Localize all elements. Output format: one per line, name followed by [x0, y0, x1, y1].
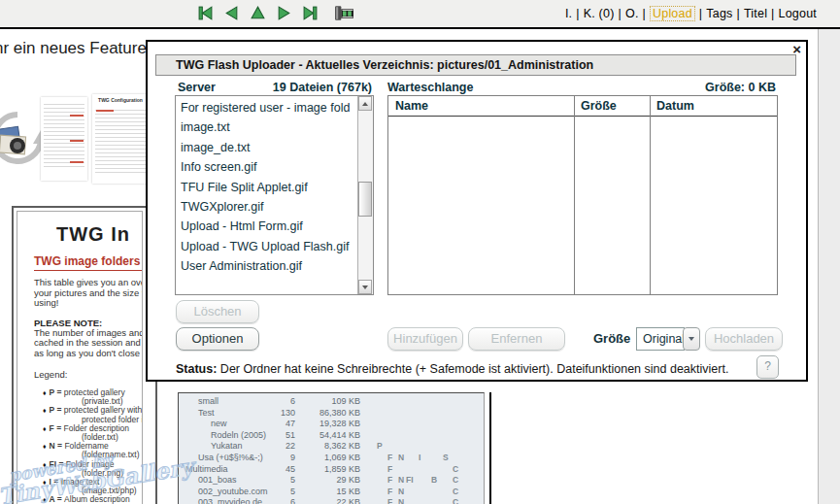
server-file-item[interactable]: For registered user - image fold [181, 98, 358, 118]
link-separator: | [619, 7, 622, 20]
please-note-label: PLEASE NOTE: [34, 318, 142, 328]
thumbnail-title: TWG Configuration [92, 97, 149, 103]
link-i[interactable]: I. [565, 7, 572, 20]
account-links: I.|K. (0)|O.|Upload|Tags|Titel|Logout [565, 7, 817, 20]
document-thumbnail-1[interactable] [41, 97, 87, 181]
link-o[interactable]: O. [625, 7, 639, 20]
scrollbar-thumb[interactable] [358, 182, 372, 217]
server-file-item[interactable]: Info screen.gif [181, 157, 358, 177]
link-separator: | [737, 7, 740, 20]
scroll-up-icon[interactable] [358, 96, 372, 111]
content-frame-border [489, 392, 491, 504]
first-icon[interactable] [197, 5, 214, 21]
link-separator: | [699, 7, 702, 20]
server-file-item[interactable]: TWGXplorer.gif [181, 197, 358, 217]
help-button[interactable]: ? [756, 355, 779, 379]
page-right-gutter [818, 29, 840, 504]
queue-column-divider [650, 96, 651, 294]
panel-title: TWG In [56, 223, 142, 246]
queue-total-size: Größe: 0 KB [387, 81, 776, 94]
status-label: Status: [176, 362, 217, 376]
table-row[interactable]: Usa (+ü$§!%&-;)91,069 KBFNIS [179, 453, 484, 464]
server-file-item[interactable]: User Administration.gif [181, 256, 358, 276]
status-row: Status: Der Ordner hat keine Schreibrech… [176, 362, 728, 376]
add-button[interactable]: Hinzufügen [387, 327, 463, 351]
table-row[interactable]: 002_youtube.com515 KBFNC [179, 487, 484, 498]
remove-button[interactable]: Enfernen [468, 327, 565, 351]
twg-image-folders-panel: TWG In TWG image folders over This table… [12, 206, 157, 504]
legend-item: ♦Pprotected gallery(private.txt) [43, 388, 142, 406]
panel-intro-text: This table gives you an overview o your … [34, 278, 142, 309]
legend-label: Legend: [34, 369, 142, 380]
link-titel[interactable]: Titel [744, 7, 767, 20]
queue-column-size: Größe [574, 96, 650, 116]
gallery-nav-icons [197, 5, 354, 21]
server-file-item[interactable]: image_de.txt [181, 138, 358, 157]
please-note-text: The number of images and the siz cached … [34, 328, 142, 359]
legend-item: ♦NFoldername(foldername.txt) [43, 442, 142, 459]
table-row[interactable]: 001_boas529 KBFNFIBC [179, 475, 484, 487]
table-row[interactable]: small6109 KB [179, 396, 484, 408]
legend-item: ♦IImage text(image.txt/php) [43, 478, 142, 495]
link-separator: | [576, 7, 579, 20]
legend-item: ♦FIFolder image(folder.png) [43, 460, 142, 478]
legend-item: ♦Pprotected gallery withprotected folder… [43, 406, 142, 423]
server-file-count: 19 Dateien (767k) [178, 81, 372, 94]
table-row[interactable]: Rodeln (2005)5154,414 KB [179, 430, 484, 442]
previous-icon[interactable] [223, 5, 240, 21]
link-logout[interactable]: Logout [779, 7, 817, 20]
status-text: Der Ordner hat keine Schreibrechte (+ Sa… [220, 362, 729, 376]
legend-item: ♦AAlbum description(albumlr.txt) [43, 495, 142, 504]
server-file-item[interactable]: TFU File Split Applet.gif [181, 178, 358, 197]
upload-queue-table: Name Größe Datum [387, 95, 778, 295]
size-label: Größe [593, 331, 630, 346]
delete-button[interactable]: Löschen [176, 300, 259, 323]
queue-column-date: Datum [650, 96, 773, 116]
legend-item: ♦FFolder description(folder.txt) [43, 424, 142, 442]
panel-red-heading: TWG image folders over [34, 254, 143, 271]
twg-flash-uploader-dialog: × TWG Flash Uploader - Aktuelles Verzeic… [146, 40, 808, 382]
last-icon[interactable] [302, 5, 319, 21]
filmstrip-icon[interactable] [334, 5, 354, 21]
table-row[interactable]: Yukatan228,362 KBP [179, 441, 484, 453]
size-select[interactable]: Original [636, 327, 685, 351]
table-row[interactable]: Test13086,380 KB [179, 408, 484, 420]
next-icon[interactable] [276, 5, 292, 21]
link-tags[interactable]: Tags [706, 7, 732, 20]
table-row[interactable]: new4719,328 KB [179, 419, 484, 430]
scrollbar[interactable] [357, 96, 373, 294]
link-separator: | [771, 7, 774, 20]
server-file-item[interactable]: Upload - TWG Upload Flash.gif [181, 237, 358, 256]
table-row[interactable]: 003_myvideo.de622 KBFNC [179, 497, 484, 504]
queue-column-divider [574, 96, 575, 294]
link-k[interactable]: K. (0) [584, 7, 615, 20]
size-select-arrow-icon[interactable] [683, 327, 700, 351]
options-button[interactable]: Optionen [176, 327, 259, 351]
server-file-item[interactable]: Upload - Html Form.gif [181, 217, 358, 236]
dialog-title-bar: TWG Flash Uploader - Aktuelles Verzeichn… [155, 54, 796, 76]
server-file-listbox: For registered user - image fold image.t… [175, 95, 374, 295]
up-icon[interactable] [250, 5, 266, 21]
server-file-item[interactable]: image.txt [181, 118, 358, 137]
news-marquee-text: hr ein neues Feature v [0, 39, 159, 58]
link-upload[interactable]: Upload [650, 6, 695, 21]
folder-statistics-table: small6109 KB Test13086,380 KB new4719,32… [178, 392, 485, 504]
upload-button[interactable]: Hochladen [705, 327, 783, 351]
document-thumbnail-2[interactable]: TWG Configuration [92, 94, 149, 184]
queue-column-name: Name [388, 96, 575, 116]
scroll-down-icon[interactable] [358, 280, 372, 294]
queue-header-divider [388, 116, 777, 117]
table-row[interactable]: Multimedia451,859 KBFC [179, 464, 484, 476]
link-separator: | [643, 7, 646, 20]
top-toolbar: I.|K. (0)|O.|Upload|Tags|Titel|Logout [0, 0, 840, 29]
